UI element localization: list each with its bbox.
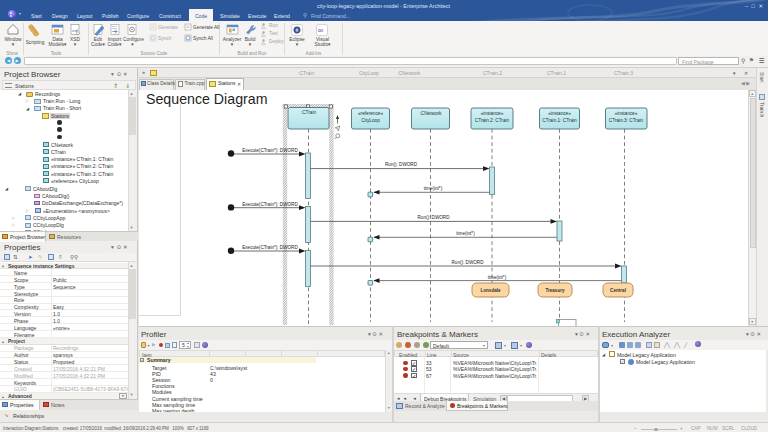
- svg-text:Central: Central: [610, 288, 626, 293]
- svg-text:«instance»: «instance»: [548, 111, 571, 116]
- svg-text:time(int*): time(int*): [488, 275, 507, 280]
- svg-text:«reference»: «reference»: [358, 111, 383, 116]
- svg-text:CTrain.1: CTrain: CTrain.1: CTrain: [542, 118, 577, 123]
- svg-text:time(int*): time(int*): [424, 186, 443, 191]
- svg-text:∞: ∞: [318, 26, 324, 35]
- svg-text:CTrain.3: CTrain: CTrain.3: CTrain: [609, 118, 644, 123]
- svg-text:time(int*): time(int*): [456, 231, 475, 236]
- svg-text:Run(): DWORD: Run(): DWORD: [385, 162, 418, 167]
- svg-text:Treasury: Treasury: [545, 288, 565, 293]
- svg-text::CNetwork: :CNetwork: [420, 111, 443, 116]
- svg-text:Run(): DWORD: Run(): DWORD: [452, 260, 485, 265]
- svg-text:Execute(CTrain*): DWORD: Execute(CTrain*): DWORD: [242, 202, 298, 207]
- svg-text:Run(): DWORD: Run(): DWORD: [418, 215, 451, 220]
- svg-text:CTrain.2: CTrain: CTrain.2: CTrain: [475, 118, 510, 123]
- svg-text:«instance»: «instance»: [481, 111, 504, 116]
- svg-text::CTrain: :CTrain: [301, 110, 317, 115]
- svg-text:Lonsdale: Lonsdale: [480, 288, 501, 293]
- svg-text:Execute(CTrain*): DWORD: Execute(CTrain*): DWORD: [242, 245, 298, 250]
- svg-text:CityLoop: CityLoop: [361, 118, 380, 123]
- svg-text:Execute(CTrain*): DWORD: Execute(CTrain*): DWORD: [242, 148, 298, 153]
- svg-text:Sequence Diagram: Sequence Diagram: [146, 91, 267, 107]
- svg-text:«instance»: «instance»: [615, 111, 638, 116]
